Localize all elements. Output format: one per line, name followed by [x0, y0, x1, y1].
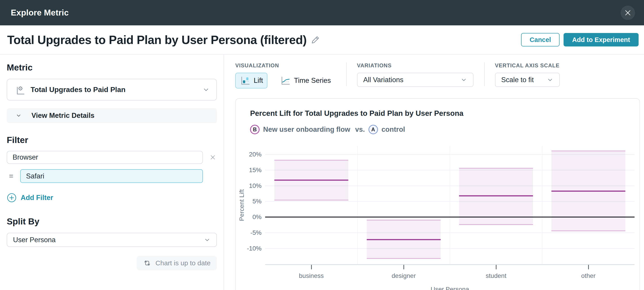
x-tick-mark — [311, 265, 312, 269]
vertical-gridline — [357, 146, 358, 264]
chevron-down-icon — [547, 76, 554, 83]
viz-lift-label: Lift — [254, 76, 263, 85]
add-filter-button[interactable]: Add Filter — [7, 193, 53, 203]
y-tick-label: -10% — [247, 245, 262, 252]
add-to-experiment-button[interactable]: Add to Experiment — [564, 33, 638, 46]
variant-b-name: New user onboarding flow — [263, 125, 350, 134]
remove-filter-icon[interactable] — [210, 154, 216, 161]
split-by-select[interactable]: User Persona — [7, 233, 217, 247]
plus-circle-icon — [7, 193, 17, 203]
edit-pencil-icon[interactable] — [310, 34, 321, 45]
variant-a-badge: A — [368, 125, 378, 134]
split-by-heading: Split By — [7, 217, 217, 227]
x-category-label: designer — [392, 272, 416, 280]
config-panel: Metric Total Upgrades to Paid Plan — [0, 54, 224, 290]
modal-title: Explore Metric — [11, 8, 69, 17]
y-tick-label: -5% — [250, 229, 262, 236]
y-tick-label: 20% — [249, 151, 262, 158]
chart-status-text: Chart is up to date — [156, 259, 210, 267]
x-tick-mark — [496, 265, 496, 269]
chart-status-badge: Chart is up to date — [136, 256, 217, 270]
chevron-down-icon — [16, 113, 22, 118]
chevron-down-icon — [460, 76, 467, 83]
chart-panel: VISUALIZATION Lift — [224, 54, 644, 290]
filter-operator: = — [7, 172, 20, 180]
lift-value-business — [274, 180, 348, 181]
variations-label: VARIATIONS — [357, 62, 474, 69]
title-bar: Total Upgrades to Paid Plan by User Pers… — [0, 25, 644, 54]
y-tick-label: 5% — [252, 198, 262, 205]
x-tick-mark — [588, 265, 589, 269]
chart-card: Percent Lift for Total Upgrades to Paid … — [235, 98, 640, 290]
close-button[interactable] — [621, 5, 635, 20]
lift-chart-icon — [240, 75, 250, 86]
lift-value-designer — [367, 239, 441, 240]
chevron-down-icon — [204, 237, 210, 243]
x-axis-title: User Persona — [430, 286, 469, 290]
y-axis-title: Percent Lift — [238, 189, 246, 221]
x-tick-mark — [403, 265, 404, 269]
viz-option-lift[interactable]: Lift — [235, 73, 268, 88]
view-metric-details-toggle[interactable]: View Metric Details — [7, 108, 217, 123]
chart-title: Percent Lift for Total Upgrades to Paid … — [250, 109, 640, 118]
filter-field-select[interactable]: Browser — [7, 151, 203, 164]
divider — [484, 62, 485, 86]
divider — [346, 62, 347, 86]
variations-group: VARIATIONS All Variations — [357, 62, 474, 87]
sync-icon — [143, 259, 152, 267]
plot-area: Percent Lift User Persona 20%15%10%5%0%-… — [265, 146, 634, 265]
vertical-gridline — [542, 146, 542, 264]
view-metric-details-label: View Metric Details — [32, 112, 94, 120]
metric-select[interactable]: Total Upgrades to Paid Plan — [7, 79, 217, 101]
axis-scale-value: Scale to fit — [501, 76, 534, 84]
legend-vs-label: vs. — [355, 125, 365, 134]
modal-header: Explore Metric — [0, 0, 644, 25]
page-title: Total Upgrades to Paid Plan by User Pers… — [7, 33, 307, 47]
axis-scale-select[interactable]: Scale to fit — [495, 73, 560, 87]
split-by-value: User Persona — [13, 236, 56, 244]
axis-scale-group: VERTICAL AXIS SCALE Scale to fit — [495, 62, 560, 87]
lift-value-student — [459, 195, 533, 196]
metric-select-value: Total Upgrades to Paid Plan — [30, 85, 202, 94]
y-tick-label: 10% — [249, 182, 262, 189]
filter-heading: Filter — [7, 135, 217, 145]
variant-b-badge: B — [250, 125, 260, 134]
filter-field-value: Browser — [12, 153, 38, 161]
time-series-chart-icon — [280, 75, 290, 86]
metric-heading: Metric — [7, 63, 217, 72]
metric-chart-icon — [14, 84, 26, 96]
viz-time-series-label: Time Series — [294, 76, 331, 85]
filter-value-input[interactable] — [20, 169, 203, 183]
viz-option-time-series[interactable]: Time Series — [276, 73, 335, 88]
visualization-label: VISUALIZATION — [235, 62, 336, 69]
variations-select[interactable]: All Variations — [357, 73, 474, 87]
x-category-label: other — [581, 272, 596, 280]
variations-value: All Variations — [363, 76, 404, 84]
zero-baseline — [265, 217, 634, 218]
chart-legend: B New user onboarding flow vs. A control — [250, 125, 640, 134]
x-category-label: business — [299, 272, 324, 280]
add-filter-label: Add Filter — [21, 194, 53, 202]
visualization-group: VISUALIZATION Lift — [235, 62, 336, 88]
close-icon — [624, 9, 631, 16]
x-category-label: student — [486, 272, 506, 280]
lift-value-other — [552, 191, 625, 192]
vertical-gridline — [450, 146, 450, 264]
horizontal-gridline — [265, 248, 634, 249]
chevron-down-icon — [202, 86, 210, 93]
y-tick-label: 15% — [249, 167, 262, 174]
cancel-button[interactable]: Cancel — [521, 33, 560, 46]
axis-scale-label: VERTICAL AXIS SCALE — [495, 62, 560, 69]
horizontal-gridline — [265, 233, 634, 233]
y-tick-label: 0% — [252, 214, 262, 221]
variant-a-name: control — [382, 125, 405, 134]
